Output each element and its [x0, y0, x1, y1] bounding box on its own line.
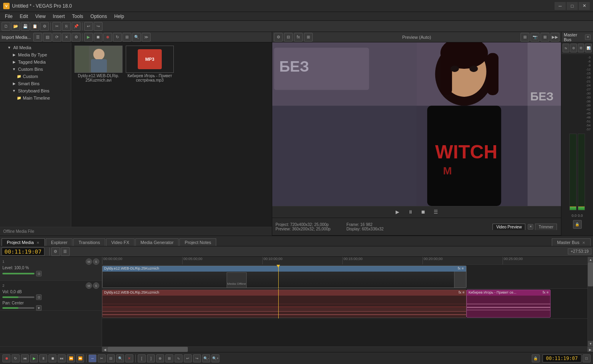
menu-options[interactable]: Options: [87, 12, 110, 20]
track-1-mute[interactable]: M: [86, 258, 92, 265]
video-preview-tab[interactable]: Video Preview: [492, 224, 525, 230]
maximize-button[interactable]: □: [567, 2, 578, 10]
pm-refresh-button[interactable]: ⟳: [52, 33, 61, 42]
menu-tools[interactable]: Tools: [69, 12, 86, 20]
preview-btn1[interactable]: ⊟: [284, 33, 293, 42]
pm-view-button[interactable]: ☰: [33, 33, 42, 42]
tree-storyboard-bins[interactable]: ▼ Storyboard Bins: [0, 87, 71, 94]
trans-pause-btn[interactable]: ⏸: [39, 354, 47, 362]
track-2-solo[interactable]: S: [93, 282, 99, 289]
trans-rec-status[interactable]: ⊡: [583, 354, 591, 362]
tab-pm-close[interactable]: ✕: [36, 241, 40, 245]
audio-clip-2[interactable]: Кибирев Игорь - Привет се... fx ≡: [466, 290, 551, 318]
video-preview-close[interactable]: ✕: [528, 224, 533, 230]
open-button[interactable]: 📂: [11, 22, 20, 31]
pm-stop-button[interactable]: ⏹: [94, 33, 103, 42]
preview-settings-button[interactable]: ⚙: [274, 33, 283, 42]
master-lock-button[interactable]: 🔒: [573, 220, 582, 229]
pm-list-button[interactable]: ▤: [43, 33, 52, 42]
save-button[interactable]: 💾: [21, 22, 30, 31]
track-2-mute[interactable]: M: [86, 282, 92, 289]
tab-media-generator[interactable]: Media Generator: [135, 238, 179, 246]
cut-button[interactable]: ✂: [52, 22, 61, 31]
vscroll-up[interactable]: ▲: [588, 257, 593, 262]
copy-button[interactable]: ⎘: [62, 22, 71, 31]
tree-main-timeline[interactable]: 📁 Main Timeline: [0, 94, 71, 102]
track-1-level-slider[interactable]: [2, 273, 34, 274]
tree-all-media[interactable]: ▼ All Media: [0, 44, 71, 51]
vscroll-thumb[interactable]: [588, 262, 593, 286]
preview-pause-button[interactable]: ⏸: [406, 208, 415, 216]
tree-media-by-type[interactable]: ▶ Media By Type: [0, 51, 71, 58]
menu-help[interactable]: Help: [111, 12, 127, 20]
save-as-button[interactable]: 📋: [30, 22, 39, 31]
trans-zoom-in[interactable]: 🔍+: [211, 354, 219, 362]
hscroll-track[interactable]: [108, 347, 587, 352]
hscroll-left[interactable]: ◀: [102, 347, 108, 352]
tl-vscrollbar[interactable]: ▲ ▼: [587, 257, 593, 346]
track-2-end[interactable]: ⊡: [36, 294, 42, 300]
menu-edit[interactable]: Edit: [16, 12, 31, 20]
master-chain-button[interactable]: ⛓: [578, 44, 585, 52]
close-button[interactable]: ✕: [579, 2, 590, 10]
trans-mark-in[interactable]: [: [138, 354, 146, 362]
master-eq-button[interactable]: ⚙: [570, 44, 577, 52]
preview-menu-button[interactable]: ☰: [431, 208, 441, 216]
trans-redo-clip[interactable]: ↪: [193, 354, 201, 362]
trans-lock-btn[interactable]: 🔒: [532, 354, 540, 362]
track-2-pan-slider[interactable]: [2, 307, 34, 309]
tree-custom[interactable]: 📁 Custom: [0, 73, 71, 80]
tab-transitions[interactable]: Transitions: [73, 238, 105, 246]
pm-zoom-button[interactable]: 🔍: [132, 33, 141, 42]
tab-mb-close[interactable]: ✕: [582, 241, 585, 245]
trans-split-btn[interactable]: ✂: [98, 354, 106, 362]
track-2-pan-end[interactable]: ▼: [36, 305, 42, 311]
trans-snap-btn[interactable]: ⊟: [107, 354, 115, 362]
pm-loop-button[interactable]: ↻: [113, 33, 122, 42]
trans-next-btn[interactable]: ⏭: [58, 354, 66, 362]
tab-master-bus[interactable]: Master Bus ✕: [552, 238, 591, 246]
track-1-solo[interactable]: S: [93, 258, 99, 265]
trimmer-tab[interactable]: Trimmer: [535, 224, 557, 230]
trans-loop-btn[interactable]: ↻: [12, 354, 20, 362]
trans-envelope[interactable]: ∿: [175, 354, 183, 362]
track-1-end[interactable]: ⊡: [36, 271, 42, 276]
trans-marker[interactable]: ⊕: [156, 354, 164, 362]
tab-explorer[interactable]: Explorer: [46, 238, 72, 246]
trans-delete-btn[interactable]: ✕: [125, 354, 133, 362]
trans-undo-clip[interactable]: ↩: [184, 354, 192, 362]
vscroll-down[interactable]: ▼: [588, 341, 593, 346]
new-button[interactable]: 🗋: [2, 22, 10, 31]
tl-hscrollbar[interactable]: ◀ ▶: [0, 346, 593, 352]
preview-play-button[interactable]: ▶: [393, 208, 402, 216]
trans-zoom-out[interactable]: 🔍-: [202, 354, 210, 362]
redo-button[interactable]: ↪: [94, 22, 103, 31]
master-comp-button[interactable]: 📊: [585, 44, 592, 52]
pm-settings-button[interactable]: ⚙: [72, 33, 80, 42]
hscroll-thumb[interactable]: [108, 347, 188, 352]
properties-button[interactable]: ⚙: [40, 22, 49, 31]
hscroll-right[interactable]: ▶: [587, 347, 593, 352]
pm-grid-button[interactable]: ⊞: [123, 33, 131, 42]
pm-play-button[interactable]: ▶: [84, 33, 93, 42]
tab-project-notes[interactable]: Project Notes: [179, 238, 216, 246]
master-close-button[interactable]: ✕: [585, 34, 591, 40]
undo-button[interactable]: ↩: [84, 22, 93, 31]
trans-mark-out[interactable]: ]: [147, 354, 155, 362]
trans-select-btn[interactable]: ↔: [88, 354, 96, 362]
track-2-vol-slider[interactable]: [2, 296, 34, 298]
minimize-button[interactable]: ─: [555, 2, 566, 10]
media-item-audio[interactable]: MP3 Кибирев Игорь - Приветсестрёнка.mp3: [126, 46, 174, 82]
tl-settings-button[interactable]: ⚙: [51, 247, 60, 256]
master-fx-button[interactable]: fx: [563, 44, 569, 52]
menu-file[interactable]: File: [2, 12, 16, 20]
tab-video-fx[interactable]: Video FX: [106, 238, 135, 246]
audio-clip-1[interactable]: Dyldy.e12.WEB-DLRip.25Kuzmich fx ≡: [102, 290, 466, 318]
pm-close-button[interactable]: ✕: [62, 33, 71, 42]
trans-ripple[interactable]: ⊞: [165, 354, 173, 362]
tree-smart-bins[interactable]: ▶ Smart Bins: [0, 80, 71, 87]
vscroll-track[interactable]: [588, 262, 593, 341]
preview-ext-button[interactable]: ⊠: [541, 33, 549, 42]
trans-stop-btn[interactable]: ⏹: [48, 354, 56, 362]
trans-next-frame[interactable]: ⏩: [76, 354, 84, 362]
